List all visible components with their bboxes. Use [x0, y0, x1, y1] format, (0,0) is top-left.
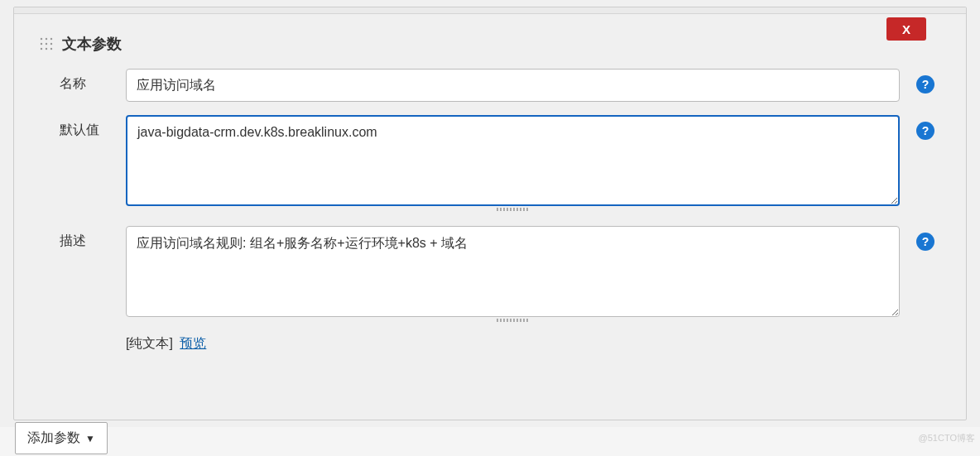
- close-icon: X: [902, 22, 910, 36]
- svg-point-0: [41, 38, 42, 40]
- section-header: 文本参数: [14, 14, 966, 62]
- help-icon-default[interactable]: ?: [916, 122, 934, 140]
- form-row-default: 默认值 ?: [14, 108, 966, 219]
- help-icon-description[interactable]: ?: [916, 233, 934, 251]
- svg-point-3: [41, 43, 42, 45]
- chevron-down-icon: ▼: [85, 433, 95, 444]
- watermark: @51CTO博客: [919, 432, 975, 444]
- plain-text-mode-label: [纯文本]: [126, 336, 173, 350]
- name-input[interactable]: [126, 69, 900, 102]
- form-row-description: 描述 ?: [14, 219, 966, 330]
- default-value-textarea[interactable]: [126, 115, 900, 206]
- svg-point-6: [41, 48, 42, 50]
- description-textarea[interactable]: [126, 226, 900, 317]
- svg-point-7: [46, 48, 47, 50]
- form-row-name: 名称 ?: [14, 62, 966, 108]
- add-parameter-button[interactable]: 添加参数 ▼: [15, 422, 108, 454]
- svg-point-4: [46, 43, 47, 45]
- text-parameter-panel: X 文本参数 名称 ?: [13, 7, 967, 420]
- resize-grip[interactable]: [126, 319, 900, 324]
- close-button[interactable]: X: [886, 17, 926, 41]
- svg-point-2: [50, 38, 52, 40]
- label-default: 默认值: [60, 115, 109, 139]
- svg-point-8: [50, 48, 52, 50]
- label-description: 描述: [60, 226, 109, 250]
- drag-handle-icon[interactable]: [39, 36, 54, 51]
- preview-link[interactable]: 预览: [180, 336, 206, 350]
- help-icon-name[interactable]: ?: [916, 75, 934, 94]
- svg-point-1: [46, 38, 47, 40]
- panel-separator: [14, 7, 966, 14]
- svg-point-5: [50, 43, 52, 45]
- label-name: 名称: [60, 69, 109, 93]
- resize-grip[interactable]: [126, 208, 900, 213]
- section-title: 文本参数: [62, 34, 122, 54]
- add-parameter-label: 添加参数: [27, 430, 80, 447]
